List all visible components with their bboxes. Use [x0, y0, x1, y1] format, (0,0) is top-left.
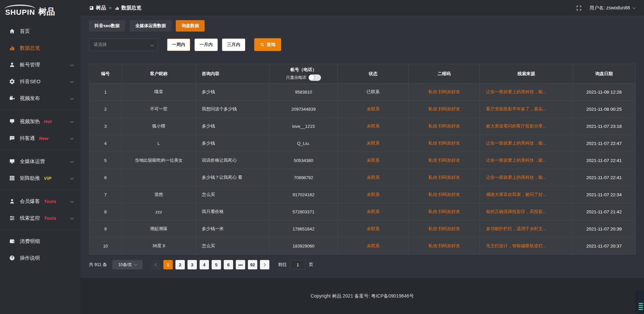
footer: Copyright 树品 2021 备案号: 粤ICP备09019646号 [80, 278, 644, 314]
bar-chart-icon [9, 45, 15, 51]
cell-qr-links[interactable]: 私信 扫码加好友 [409, 238, 480, 255]
breadcrumb: 树品 > 数据总览 [89, 5, 142, 11]
chat-icon [9, 135, 15, 142]
next-page-button[interactable] [260, 260, 269, 269]
cell-lead-source[interactable]: 如何正确选择投影仪，买投影... [480, 203, 573, 220]
chat-widget[interactable] [637, 291, 644, 312]
cell-content: 多少钱 [196, 118, 269, 135]
search-button[interactable]: 查询 [254, 38, 281, 51]
sidebar-divider [0, 190, 80, 190]
cell-date: 2021-11-08 00:25 [573, 101, 635, 118]
cell-qr-links[interactable]: 私信 扫码加好友 [409, 169, 480, 186]
sidebar-item-home[interactable]: 首页 [0, 23, 80, 40]
cell-content: 多少钱？让我死心 看 [196, 169, 269, 186]
goto-label: 前往 [278, 262, 287, 268]
cell-status: 未联系 [338, 238, 409, 255]
cell-lead-source[interactable]: 无主灯设计，智能磁吸轨道灯... [480, 238, 573, 255]
cell-nickname [122, 169, 196, 186]
cell-qr-links[interactable]: 私信 扫码加好友 [409, 101, 480, 118]
badge: Tools [44, 216, 56, 221]
tab[interactable]: 询盘数据 [176, 20, 205, 32]
header-status: 状态 [338, 64, 409, 84]
breadcrumb-current[interactable]: 数据总览 [115, 5, 142, 11]
cell-lead-source[interactable]: 让你一眼就爱上的黑科技，能... [480, 135, 573, 152]
monitor-icon [9, 158, 15, 165]
sidebar-item-douyin-seo[interactable]: 抖音SEO [0, 73, 80, 90]
cell-lead-source[interactable]: 让你一眼就爱上的黑科技，能... [480, 152, 573, 169]
cell-account: 50534380 [269, 152, 338, 169]
fullscreen-icon[interactable] [576, 5, 582, 11]
date-select[interactable]: 请选择 [89, 38, 158, 51]
page-button-1[interactable]: 1 [163, 260, 173, 269]
cell-lead-source[interactable]: 客厅安装投影半年多了，真实... [480, 101, 573, 118]
sidebar-item-data-overview[interactable]: 数据总览 [0, 40, 80, 56]
cell-qr-links[interactable]: 私信 扫码加好友 [409, 203, 480, 220]
cell-qr-links[interactable]: 私信 扫码加好友 [409, 220, 480, 238]
page-size-select[interactable]: 10条/页 [112, 260, 143, 269]
phone-only-toggle[interactable] [309, 74, 321, 81]
page-button-5[interactable]: 5 [212, 260, 221, 269]
cell-qr-links[interactable]: 私信 扫码加好友 [409, 135, 480, 152]
sidebar-item-help[interactable]: ? 操作说明 [0, 250, 80, 266]
cell-status: 未联系 [338, 118, 409, 135]
user-menu[interactable]: 用户名: zswodun88 [589, 5, 635, 11]
cell-date: 2021-11-07 20:39 [573, 220, 635, 238]
cell-lead-source[interactable]: 被大家追着问的客厅投影分享... [480, 118, 573, 135]
sidebar-item-media-operation[interactable]: 全媒体运营 [0, 153, 80, 170]
cell-qr-links[interactable]: 私信 扫码加好友 [409, 84, 480, 101]
page-button-3[interactable]: 3 [187, 260, 197, 269]
bar-chart-icon [115, 6, 119, 10]
sidebar-item-account-manage[interactable]: 账号管理 [0, 56, 80, 73]
sidebar-item-video-heat[interactable]: 视频加热 Hot [0, 113, 80, 130]
cell-status: 未联系 [338, 135, 409, 152]
sidebar-item-member-baoke[interactable]: 会员爆客 Tools [0, 193, 80, 210]
data-tabs: 抖音seo数据 全媒体运营数据 询盘数据 [89, 20, 636, 32]
chevron-down-icon [633, 6, 636, 9]
sidebar-item-douketong[interactable]: 抖客通 New [0, 130, 80, 147]
header-date: 询盘日期 [573, 64, 635, 84]
total-count: 共 911 条 [89, 262, 107, 268]
cell-lead-source[interactable]: 多功能护栏灯，适用于乡村文... [480, 220, 573, 238]
cell-lead-source[interactable]: 让你一眼就爱上的黑科技，能... [480, 169, 573, 186]
range-button[interactable]: 三月内 [222, 39, 245, 51]
page-button-92[interactable]: 92 [248, 260, 257, 269]
cell-nickname: 36度 8 [122, 238, 196, 255]
table-row: 6 多少钱？让我死心 看 70898792 未联系 私信 扫码加好友 让你一眼就… [89, 169, 636, 186]
cell-no: 3 [89, 118, 122, 135]
chevron-down-icon [70, 120, 74, 123]
page-button-6[interactable]: 6 [224, 260, 233, 269]
range-button[interactable]: 一周内 [167, 39, 190, 51]
table-row: 9 潮起潮落 多少钱一米 178651642 未联系 私信 扫码加好友 多功能护… [89, 220, 636, 238]
range-button[interactable]: 一月内 [195, 39, 218, 51]
breadcrumb-root[interactable]: 树品 [89, 5, 106, 11]
goto-page-input[interactable] [290, 260, 306, 269]
sidebar-item-matrix-boost[interactable]: 矩阵助推 VIP [0, 170, 80, 187]
cell-date: 2021-11-07 22:47 [573, 135, 635, 152]
page-button-2[interactable]: 2 [175, 260, 185, 269]
cell-qr-links[interactable]: 私信 扫码加好友 [409, 118, 480, 135]
cell-qr-links[interactable]: 私信 扫码加好友 [409, 152, 480, 169]
chevron-left-icon [155, 263, 158, 266]
cell-nickname: 哦章 [122, 84, 196, 101]
sidebar-divider [0, 229, 80, 230]
page-button-4[interactable]: 4 [200, 260, 209, 269]
chevron-right-icon [263, 263, 266, 266]
app-icon [89, 6, 94, 10]
cell-status: 未联系 [338, 152, 409, 169]
prev-page-button[interactable] [151, 260, 161, 269]
cell-qr-links[interactable]: 私信 扫码加好友 [409, 186, 480, 203]
sidebar-item-video-publish[interactable]: 视频发布 [0, 90, 80, 107]
cell-no: 9 [89, 220, 122, 238]
goto-unit: 页 [309, 262, 313, 268]
cell-lead-source[interactable]: 感谢大家喜欢我家，被问了好... [480, 186, 573, 203]
cell-lead-source[interactable]: 让你一眼就爱上的黑科技，能... [480, 84, 573, 101]
page-ellipsis-button[interactable]: ••• [236, 260, 245, 269]
tab[interactable]: 全媒体运营数据 [129, 20, 171, 32]
tab[interactable]: 抖音seo数据 [89, 20, 125, 32]
sidebar-item-expense-detail[interactable]: 消费明细 [0, 233, 80, 250]
chevron-down-icon [70, 200, 74, 203]
copyright-text: Copyright 树品 2021 备案号: 粤ICP备09019646号 [311, 293, 414, 299]
search-icon [260, 42, 265, 47]
cell-date: 2021-11-07 23:18 [573, 118, 635, 135]
sidebar-item-lead-monitor[interactable]: 线索监控 Tools [0, 210, 80, 226]
